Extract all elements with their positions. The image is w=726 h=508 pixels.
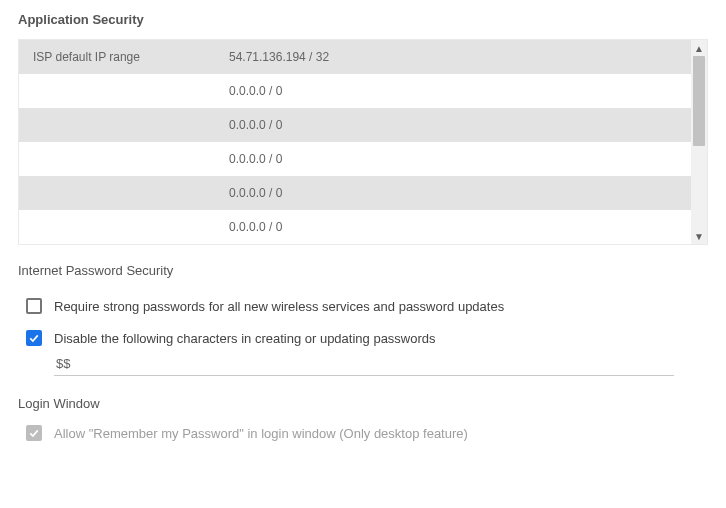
ip-range-value: 0.0.0.0 / 0 (229, 118, 707, 132)
disable-chars-label: Disable the following characters in crea… (54, 331, 436, 346)
internet-password-security-section: Internet Password Security Require stron… (18, 263, 708, 376)
login-window-section: Login Window Allow "Remember my Password… (18, 396, 708, 449)
ip-range-row[interactable]: 0.0.0.0 / 0 (19, 142, 707, 176)
scroll-track[interactable] (691, 56, 707, 228)
ip-range-row[interactable]: 0.0.0.0 / 0 (19, 176, 707, 210)
ip-range-table: ISP default IP range54.71.136.194 / 320.… (18, 39, 708, 245)
remember-password-row: Allow "Remember my Password" in login wi… (18, 417, 708, 449)
ip-range-row[interactable]: ISP default IP range54.71.136.194 / 32 (19, 40, 707, 74)
require-strong-row: Require strong passwords for all new wir… (18, 290, 708, 322)
ip-range-row[interactable]: 0.0.0.0 / 0 (19, 210, 707, 244)
internet-password-security-header: Internet Password Security (18, 263, 708, 278)
ip-range-value: 0.0.0.0 / 0 (229, 84, 707, 98)
ip-range-table-scroll: ISP default IP range54.71.136.194 / 320.… (19, 40, 707, 244)
scroll-up-icon[interactable]: ▲ (691, 40, 707, 56)
disable-chars-input[interactable] (54, 352, 674, 376)
disable-chars-row: Disable the following characters in crea… (18, 322, 708, 354)
ip-range-name: ISP default IP range (19, 50, 229, 64)
application-security-header: Application Security (18, 12, 708, 27)
disable-chars-input-row (18, 352, 708, 376)
ip-range-value: 0.0.0.0 / 0 (229, 152, 707, 166)
table-scrollbar[interactable]: ▲ ▼ (691, 40, 707, 244)
application-security-section: Application Security ISP default IP rang… (18, 12, 708, 245)
ip-range-value: 54.71.136.194 / 32 (229, 50, 707, 64)
require-strong-checkbox[interactable] (26, 298, 42, 314)
require-strong-label: Require strong passwords for all new wir… (54, 299, 504, 314)
remember-password-label: Allow "Remember my Password" in login wi… (54, 426, 468, 441)
ip-range-value: 0.0.0.0 / 0 (229, 186, 707, 200)
login-window-header: Login Window (18, 396, 708, 411)
scroll-down-icon[interactable]: ▼ (691, 228, 707, 244)
ip-range-value: 0.0.0.0 / 0 (229, 220, 707, 234)
scroll-thumb[interactable] (693, 56, 705, 146)
remember-password-checkbox (26, 425, 42, 441)
ip-range-row[interactable]: 0.0.0.0 / 0 (19, 108, 707, 142)
ip-range-row[interactable]: 0.0.0.0 / 0 (19, 74, 707, 108)
disable-chars-checkbox[interactable] (26, 330, 42, 346)
